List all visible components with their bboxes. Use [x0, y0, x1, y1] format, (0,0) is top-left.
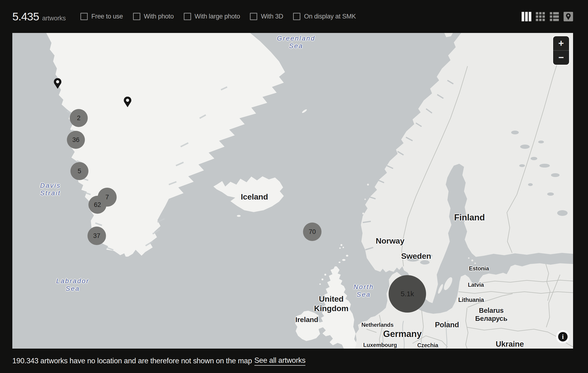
checkbox-on-display[interactable] — [293, 13, 300, 20]
header-bar: 5.435 artworks Free to use With photo Wi… — [0, 0, 588, 33]
map-view-icon[interactable] — [564, 12, 573, 21]
cluster-marker[interactable]: 5 — [70, 162, 88, 180]
filter-label: With large photo — [195, 13, 240, 20]
attribution-info-button[interactable]: i — [556, 330, 569, 343]
zoom-out-button[interactable]: − — [553, 50, 569, 64]
grid-icon — [536, 12, 545, 21]
cluster-marker[interactable]: 37 — [87, 227, 106, 245]
map-pin-icon — [566, 13, 571, 20]
columns-view-icon[interactable] — [522, 12, 531, 21]
map-pin[interactable] — [124, 97, 132, 107]
view-switcher — [522, 12, 573, 21]
list-icon — [550, 12, 559, 21]
zoom-control: + − — [553, 36, 569, 65]
filter-on-display[interactable]: On display at SMK — [293, 13, 356, 20]
filter-bar: Free to use With photo With large photo … — [80, 13, 356, 20]
checkbox-with-3d[interactable] — [250, 13, 257, 20]
list-view-icon[interactable] — [550, 12, 559, 21]
checkbox-free-to-use[interactable] — [80, 13, 88, 20]
artwork-count-group: 5.435 artworks — [12, 10, 66, 23]
columns-icon — [522, 12, 531, 21]
filter-with-3d[interactable]: With 3D — [250, 13, 283, 20]
filter-with-large-photo[interactable]: With large photo — [184, 13, 240, 20]
no-location-message: 190.343 artworks have no location and ar… — [12, 357, 252, 365]
grid-view-icon[interactable] — [536, 12, 545, 21]
info-icon: i — [558, 332, 567, 342]
filter-label: Free to use — [91, 13, 123, 20]
filter-free-to-use[interactable]: Free to use — [80, 13, 123, 20]
map-pin[interactable] — [53, 78, 62, 89]
filter-label: With photo — [144, 13, 174, 20]
see-all-artworks-link[interactable]: See all artworks — [254, 356, 306, 366]
cluster-marker[interactable]: 70 — [303, 223, 322, 241]
zoom-in-button[interactable]: + — [553, 36, 569, 50]
cluster-marker[interactable]: 36 — [67, 131, 85, 149]
cluster-marker[interactable]: 62 — [88, 196, 106, 214]
checkbox-with-photo[interactable] — [133, 13, 140, 20]
artwork-count: 5.435 — [12, 10, 39, 23]
map-canvas[interactable]: GreenlandSeaDavisStraitLabradorSeaNorthS… — [12, 33, 573, 349]
filter-with-photo[interactable]: With photo — [133, 13, 174, 20]
base-map — [12, 33, 573, 349]
cluster-marker[interactable]: 2 — [70, 109, 88, 127]
artwork-count-label: artworks — [42, 15, 66, 22]
filter-label: On display at SMK — [304, 13, 356, 20]
filter-label: With 3D — [261, 13, 283, 20]
footer-bar: 190.343 artworks have no location and ar… — [0, 349, 588, 373]
cluster-marker[interactable]: 5.1k — [388, 275, 426, 312]
checkbox-with-large-photo[interactable] — [184, 13, 191, 20]
